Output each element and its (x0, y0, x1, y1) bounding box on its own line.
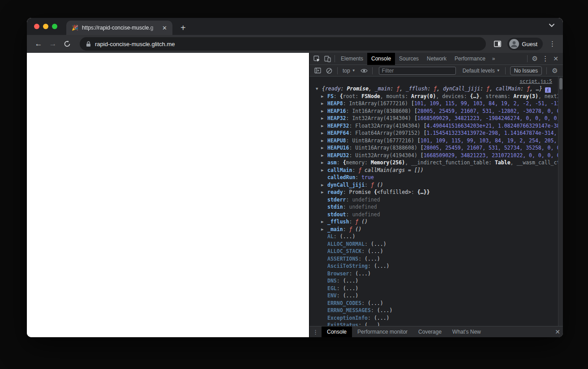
tab-strip: 🎉 https://rapid-concise-muscle.g ✕ + (27, 18, 563, 35)
expand-triangle-icon[interactable]: ▶ (321, 115, 327, 122)
tab-network[interactable]: Network (423, 53, 451, 65)
zoom-window-button[interactable] (52, 24, 57, 29)
drawer-close-icon[interactable]: ✕ (552, 328, 563, 335)
console-row: ExitStatus: (...) (309, 322, 563, 326)
console-row[interactable]: ▶_fflush: ƒ () (309, 218, 563, 226)
expand-triangle-icon[interactable]: ▶ (321, 159, 327, 166)
console-row: calledRun: true (309, 174, 563, 181)
expand-triangle-icon[interactable]: ▶ (321, 218, 327, 225)
source-link[interactable]: script.js:5 (309, 78, 563, 85)
browser-menu-icon[interactable]: ⋮ (547, 40, 558, 48)
scrollbar-thumb[interactable] (559, 78, 562, 90)
profile-label: Guest (522, 41, 537, 47)
drawer-tab-performance-monitor[interactable]: Performance monitor (352, 326, 413, 338)
console-output: script.js:5 ▼{ready: Promise, _main: ƒ, … (309, 77, 563, 326)
tab-search-chevron-icon[interactable] (549, 23, 555, 28)
chevron-down-icon: ▼ (352, 69, 356, 73)
divider (505, 67, 506, 74)
expand-triangle-icon[interactable]: ▶ (321, 189, 327, 196)
profile-button[interactable]: Guest (507, 38, 543, 50)
console-row: ExceptionInfo: (...) (309, 314, 563, 322)
console-row[interactable]: ▶asm: {memory: Memory(256), __indirect_f… (309, 159, 563, 167)
context-selector[interactable]: top▼ (340, 68, 358, 74)
console-row: stdout: undefined (309, 211, 563, 219)
expand-triangle-icon[interactable]: ▶ (321, 144, 327, 151)
expand-triangle-icon[interactable]: ▶ (321, 181, 327, 189)
console-row: Browser: (...) (309, 270, 563, 278)
devtools-tabbar: Elements Console Sources Network Perform… (309, 53, 563, 65)
devtools-panel: Elements Console Sources Network Perform… (309, 53, 563, 337)
evaluated-info-icon: i (545, 87, 551, 93)
console-rows: ▼{ready: Promise, _main: ƒ, _fflush: ƒ, … (309, 85, 563, 326)
expand-triangle-icon[interactable]: ▶ (321, 167, 327, 174)
clear-console-icon[interactable] (324, 66, 335, 75)
console-sidebar-icon[interactable] (312, 66, 323, 75)
console-row[interactable]: ▶HEAPF64: Float64Array(2097152) [1.15454… (309, 129, 563, 137)
url-text: rapid-concise-muscle.glitch.me (95, 41, 175, 47)
console-row[interactable]: ▶callMain: ƒ callMain(args = []) (309, 167, 563, 174)
tab-elements[interactable]: Elements (337, 53, 367, 65)
expand-triangle-icon[interactable]: ▶ (321, 93, 327, 100)
lock-icon (86, 41, 91, 47)
filter-input[interactable] (379, 67, 456, 75)
expand-triangle-icon[interactable]: ▶ (321, 122, 327, 129)
console-row: AsciiToString: (...) (309, 262, 563, 270)
console-scrollbar[interactable] (558, 77, 563, 326)
tab-console[interactable]: Console (367, 53, 395, 65)
close-window-button[interactable] (34, 24, 39, 29)
tab-close-icon[interactable]: ✕ (160, 25, 169, 31)
forward-button[interactable]: → (47, 38, 59, 50)
console-row: ASSERTIONS: (...) (309, 255, 563, 263)
console-row[interactable]: ▶FS: {root: FSNode, mounts: Array(0), de… (309, 93, 563, 100)
console-row: ENV: (...) (309, 292, 563, 300)
console-row[interactable]: ▶_main: ƒ () (309, 226, 563, 233)
devtools-close-icon[interactable]: ✕ (550, 55, 561, 62)
expand-triangle-icon[interactable]: ▶ (321, 100, 327, 107)
console-settings-gear-icon[interactable]: ⚙ (549, 66, 560, 75)
divider (546, 67, 547, 74)
console-row[interactable]: ▶HEAP16: Int16Array(8388608) [28005, 254… (309, 107, 563, 115)
console-row[interactable]: ▶HEAP8: Int8Array(16777216) [101, 109, 1… (309, 100, 563, 107)
console-row[interactable]: ▶HEAPU32: Uint32Array(4194304) [16685090… (309, 152, 563, 159)
console-row: stderr: undefined (309, 196, 563, 204)
live-expression-eye-icon[interactable] (359, 66, 369, 75)
expand-triangle-icon[interactable]: ▶ (321, 137, 327, 144)
console-row[interactable]: ▶HEAPU8: Uint8Array(16777216) [101, 109,… (309, 137, 563, 145)
console-row[interactable]: ▶HEAPF32: Float32Array(4194304) [4.49044… (309, 122, 563, 130)
tab-sources[interactable]: Sources (395, 53, 423, 65)
console-row[interactable]: ▼{ready: Promise, _main: ƒ, _fflush: ƒ, … (309, 85, 563, 93)
settings-gear-icon[interactable]: ⚙ (529, 54, 540, 63)
console-toolbar: top▼ Default levels▼ No Issues ⚙ (309, 65, 563, 77)
expand-triangle-icon[interactable]: ▶ (321, 152, 327, 159)
console-row[interactable]: ▶ready: Promise {<fulfilled>: {…}} (309, 189, 563, 196)
drawer-tab-coverage[interactable]: Coverage (413, 326, 447, 338)
new-tab-button[interactable]: + (178, 23, 189, 32)
browser-tab[interactable]: 🎉 https://rapid-concise-muscle.g ✕ (66, 21, 172, 35)
tab-title: https://rapid-concise-muscle.g (82, 25, 160, 31)
minimize-window-button[interactable] (43, 24, 48, 29)
divider (335, 55, 335, 62)
log-levels-dropdown[interactable]: Default levels▼ (460, 68, 502, 74)
drawer-tab-whats-new[interactable]: What's New (447, 326, 486, 338)
console-row[interactable]: ▶HEAP32: Int32Array(4194304) [1668509029… (309, 115, 563, 122)
tab-performance[interactable]: Performance (451, 53, 489, 65)
collapse-triangle-icon[interactable]: ▼ (316, 85, 322, 92)
inspect-element-icon[interactable] (311, 54, 322, 63)
console-row[interactable]: ▶dynCall_jiji: ƒ () (309, 181, 563, 189)
console-row: ALLOC_NORMAL: (...) (309, 240, 563, 248)
expand-triangle-icon[interactable]: ▶ (321, 107, 327, 115)
expand-triangle-icon[interactable]: ▶ (321, 129, 327, 137)
devtools-menu-icon[interactable]: ⋮ (540, 55, 550, 63)
expand-triangle-icon[interactable]: ▶ (321, 226, 327, 233)
device-toolbar-icon[interactable] (322, 54, 333, 63)
reload-button[interactable] (61, 38, 73, 50)
issues-counter[interactable]: No Issues (510, 66, 542, 75)
side-panel-icon[interactable] (492, 39, 503, 48)
drawer-tab-console[interactable]: Console (322, 326, 352, 338)
divider (337, 67, 338, 74)
drawer-menu-icon[interactable]: ⋮ (309, 329, 322, 335)
address-bar[interactable]: rapid-concise-muscle.glitch.me (80, 37, 486, 51)
console-row[interactable]: ▶HEAPU16: Uint16Array(8388608) [28005, 2… (309, 144, 563, 152)
more-tabs-icon[interactable]: » (489, 56, 498, 62)
back-button[interactable]: ← (32, 38, 45, 50)
